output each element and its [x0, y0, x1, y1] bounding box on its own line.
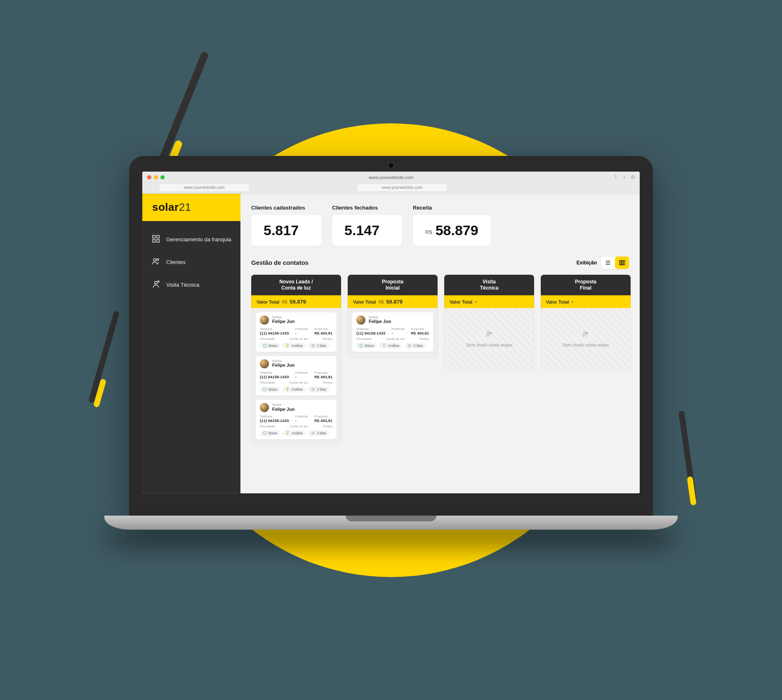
kpi-value: 5.817: [264, 222, 299, 238]
lead-card[interactable]: Nome Felipe Jun Telefone(11) 94158-1433 …: [256, 312, 337, 351]
kpi-value: 5.147: [344, 222, 379, 238]
minimize-icon[interactable]: [154, 175, 158, 179]
priority-chip: Baixa: [260, 430, 280, 436]
field-label: Prioridade: [260, 337, 275, 341]
browser-tab[interactable]: www.yourwebsite.com: [357, 183, 448, 191]
time-chip: 3 dias: [308, 430, 329, 436]
field-label: Conta de luz: [290, 424, 308, 429]
svg-rect-11: [622, 260, 623, 265]
lead-proposal: R$ 493,81: [411, 331, 429, 335]
column-header: VisitaTécnica: [444, 274, 534, 295]
field-label: Prioridade: [356, 337, 371, 341]
svg-point-17: [263, 431, 266, 435]
screen: www.yourwebsite.com ⇪ ＋ ⧉ www.yourwebsit…: [142, 171, 640, 493]
view-list-button[interactable]: [601, 256, 615, 269]
field-label: Proposta: [314, 327, 332, 331]
field-label: Tempo: [323, 424, 332, 429]
close-icon[interactable]: [147, 175, 151, 179]
svg-point-23: [584, 332, 586, 334]
bill-chip: Análise: [283, 430, 306, 436]
lead-phone: (11) 94158-1433: [260, 418, 289, 423]
bill-chip: Análise: [379, 343, 402, 349]
svg-point-19: [360, 344, 363, 347]
field-label: Potência: [295, 371, 308, 375]
field-label: Telefone: [260, 415, 289, 419]
kpi-box: 5.817: [251, 214, 321, 245]
users-icon: [582, 330, 590, 338]
kpi-box: R$ 58.879: [413, 214, 491, 245]
sidebar: solar21 Gerenciamento da franquiaCliente…: [142, 193, 240, 493]
field-label: Conta de luz: [386, 337, 405, 341]
field-label: Proposta: [411, 327, 429, 331]
brand-logo[interactable]: solar21: [142, 193, 240, 221]
column-total: Valor Total R$58.879: [348, 295, 438, 308]
avatar: [260, 403, 269, 412]
svg-rect-12: [623, 260, 624, 265]
lead-phone: (11) 94158-1433: [260, 331, 289, 335]
kpi-label: Clientes cadastrados: [251, 204, 321, 210]
section-title: Gestão de contatos: [251, 259, 309, 266]
time-chip: 3 dias: [308, 387, 329, 392]
kpi-box: 5.147: [332, 214, 402, 245]
browser-controls[interactable]: ⇪ ＋ ⧉: [614, 174, 635, 181]
svg-rect-0: [153, 235, 155, 238]
column-body: Nome Felipe Jun Telefone(11) 94158-1433 …: [348, 308, 438, 357]
kpi-label: Clientes fechados: [332, 204, 402, 210]
lead-power: -: [295, 418, 308, 423]
bill-chip: Análise: [283, 387, 306, 392]
kpi-value: 58.879: [436, 222, 478, 238]
decor-stick: [88, 311, 120, 403]
share-icon[interactable]: ⇪: [614, 174, 618, 181]
svg-point-6: [155, 281, 157, 284]
svg-rect-2: [153, 239, 155, 242]
kpi-label: Receita: [413, 204, 491, 210]
sidebar-item[interactable]: Clientes: [142, 251, 240, 273]
list-icon: [605, 259, 611, 266]
lead-name: Felipe Jun: [272, 363, 294, 368]
field-label: Nome: [272, 403, 294, 407]
browser-chrome: www.yourwebsite.com ⇪ ＋ ⧉ www.yourwebsit…: [142, 171, 640, 193]
field-label: Potência: [392, 327, 405, 331]
tabs-icon[interactable]: ⧉: [631, 174, 635, 181]
field-label: Nome: [272, 316, 294, 319]
bill-chip: Análise: [283, 343, 306, 349]
kpi-prefix: R$: [425, 229, 432, 235]
field-label: Conta de luz: [290, 337, 308, 341]
column-body: Sem leads nesta etapa: [541, 308, 631, 370]
columns-icon: [619, 259, 625, 266]
field-label: Telefone: [260, 327, 289, 331]
maximize-icon[interactable]: [160, 175, 165, 179]
kpi: Receita R$ 58.879: [413, 204, 491, 245]
lead-card[interactable]: Nome Felipe Jun Telefone(11) 94158-1433 …: [256, 400, 337, 439]
sidebar-item[interactable]: Visita Técnica: [142, 273, 240, 295]
empty-text: Sem leads nesta etapa: [466, 342, 513, 347]
camera-dot: [389, 163, 393, 167]
svg-rect-10: [619, 260, 621, 265]
view-kanban-button[interactable]: [615, 256, 629, 269]
kanban-column: PropostaFinal Valor Total - Sem leads ne…: [541, 274, 631, 370]
browser-tab[interactable]: www.yourwebsite.com: [159, 183, 250, 191]
sidebar-item-label: Visita Técnica: [166, 281, 199, 288]
avatar: [260, 315, 269, 324]
kpi: Clientes fechados 5.147: [332, 204, 402, 245]
field-label: Prioridade: [260, 381, 275, 385]
lead-card[interactable]: Nome Felipe Jun Telefone(11) 94158-1433 …: [256, 356, 337, 396]
lead-phone: (11) 94158-1433: [260, 375, 289, 379]
lead-name: Felipe Jun: [369, 319, 391, 324]
window-controls[interactable]: [147, 175, 165, 179]
kanban-column: Novos Leads /Conta de luz Valor Total R$…: [251, 274, 341, 444]
priority-chip: Baixa: [260, 343, 280, 349]
lead-proposal: R$ 493,81: [314, 418, 332, 423]
field-label: Telefone: [260, 371, 289, 375]
sidebar-item[interactable]: Gerenciamento da franquia: [142, 228, 240, 250]
field-label: Nome: [272, 359, 294, 363]
column-total: Valor Total -: [541, 295, 631, 308]
laptop-base: [104, 515, 678, 529]
plus-icon[interactable]: ＋: [622, 174, 627, 181]
field-label: Proposta: [314, 371, 332, 375]
field-label: Potência: [295, 327, 308, 331]
column-total: Valor Total -: [444, 295, 534, 308]
svg-point-22: [490, 332, 491, 334]
svg-point-13: [263, 344, 266, 347]
lead-card[interactable]: Nome Felipe Jun Telefone(11) 94158-1433 …: [352, 312, 433, 351]
